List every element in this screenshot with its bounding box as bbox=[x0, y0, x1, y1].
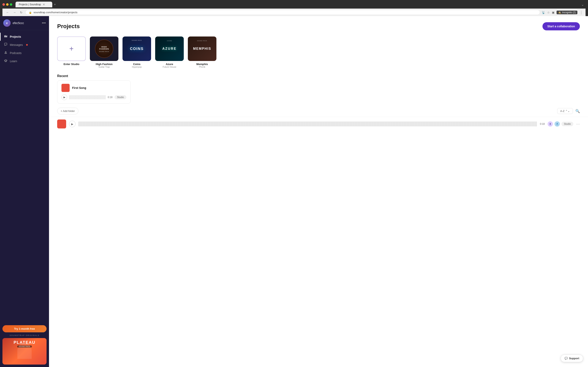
sidebar-navigation: Projects Messages Podcasts Learn bbox=[0, 30, 49, 323]
enter-studio-label: Enter Studio bbox=[63, 63, 79, 66]
username: efec5ccc bbox=[13, 21, 40, 25]
collab-icon bbox=[548, 121, 553, 127]
svg-rect-7 bbox=[557, 123, 558, 124]
avatar: e bbox=[3, 19, 11, 27]
bookmark-icon[interactable]: ☆ bbox=[547, 11, 550, 14]
messages-label: Messages bbox=[10, 43, 23, 47]
recent-duration: 0:18 bbox=[108, 96, 112, 99]
originals-label: SOUNDTRAP ORIGINALS bbox=[2, 334, 47, 336]
toolbar-row: + Add folder A-Z ⌃⌄ 🔍 bbox=[49, 104, 588, 117]
incognito-badge: 🕵 Incognito (2) bbox=[557, 11, 577, 14]
list-waveform bbox=[78, 122, 537, 126]
coins-label: Coins bbox=[133, 63, 140, 66]
expand-button[interactable]: ⌄ bbox=[581, 3, 584, 7]
page-title: Projects bbox=[57, 23, 80, 30]
sidebar-item-learn[interactable]: Learn bbox=[0, 57, 49, 65]
enter-plus-icon: + bbox=[69, 44, 73, 53]
main-content: Projects Start a collaboration + Enter S… bbox=[49, 16, 588, 367]
coins-card[interactable]: COINS SOUND PACK Coins Hyperpop bbox=[122, 36, 151, 68]
list-studio-tag[interactable]: Studio bbox=[562, 122, 573, 126]
search-button[interactable]: 🔍 bbox=[575, 109, 580, 113]
more-options-button[interactable]: ••• bbox=[42, 21, 46, 25]
project-list: ▶ 0:18 Studio ⋯ bbox=[49, 117, 588, 131]
memphis-card[interactable]: MEMPHIS SOUND PACK Memphis Phonk bbox=[188, 36, 216, 68]
reload-button[interactable]: ↻ bbox=[19, 10, 24, 15]
sidebar-item-messages[interactable]: Messages bbox=[0, 41, 49, 49]
split-view-icon[interactable]: ▣ bbox=[552, 11, 554, 14]
learn-icon bbox=[4, 59, 7, 63]
recent-waveform bbox=[69, 95, 106, 99]
active-tab[interactable]: Projects | Soundtrap ✕ bbox=[16, 2, 52, 7]
messages-icon bbox=[4, 43, 7, 47]
start-collaboration-button[interactable]: Start a collaboration bbox=[543, 22, 580, 30]
svg-rect-0 bbox=[4, 35, 5, 37]
projects-label: Projects bbox=[10, 35, 21, 38]
table-row: ▶ 0:18 Studio ⋯ bbox=[49, 117, 588, 131]
list-duration: 0:18 bbox=[540, 123, 545, 125]
sort-arrows-icon: ⌃⌄ bbox=[565, 109, 570, 113]
maximize-window-button[interactable] bbox=[10, 3, 12, 6]
messages-notification-dot bbox=[26, 44, 28, 46]
originals-card[interactable]: PLATEAU SOUND PACK ▶ 1:55 bbox=[2, 338, 47, 365]
svg-rect-2 bbox=[6, 35, 6, 37]
azure-genre: Future House bbox=[163, 66, 176, 68]
recent-project-thumbnail bbox=[61, 84, 70, 92]
sort-button[interactable]: A-Z ⌃⌄ bbox=[557, 108, 573, 114]
list-icons: Studio bbox=[548, 121, 573, 127]
recent-studio-tag[interactable]: Studio bbox=[114, 95, 126, 99]
learn-label: Learn bbox=[10, 59, 17, 63]
lock-icon: 🔒 bbox=[29, 11, 32, 14]
high-fashion-card[interactable]: HIGHFASHION SOUND PACK High Fashion Guit… bbox=[90, 36, 118, 68]
more-options-icon[interactable]: ⋯ bbox=[576, 122, 580, 126]
svg-rect-4 bbox=[7, 35, 7, 37]
sidebar: e efec5ccc ••• Projects Messages bbox=[0, 16, 49, 367]
recent-project-card: First Song ▶ 0:18 Studio bbox=[57, 80, 131, 104]
project-thumbnail bbox=[57, 119, 66, 128]
sidebar-item-podcasts[interactable]: Podcasts bbox=[0, 49, 49, 57]
support-button[interactable]: 💬 Support bbox=[561, 355, 583, 362]
try-free-button[interactable]: Try 1-month free bbox=[2, 325, 47, 332]
minimize-window-button[interactable] bbox=[6, 3, 9, 6]
forward-button[interactable]: → bbox=[12, 10, 17, 15]
svg-rect-1 bbox=[5, 36, 5, 37]
azure-card[interactable]: AZURE AZURE Azure Future House bbox=[155, 36, 184, 68]
back-button[interactable]: ← bbox=[5, 10, 10, 15]
svg-rect-3 bbox=[6, 36, 7, 37]
mic-icon bbox=[554, 121, 560, 127]
coins-genre: Hyperpop bbox=[132, 66, 142, 68]
close-window-button[interactable] bbox=[2, 3, 5, 6]
azure-label: Azure bbox=[166, 63, 173, 66]
memphis-genre: Phonk bbox=[199, 66, 205, 68]
sidebar-item-projects[interactable]: Projects bbox=[0, 33, 49, 41]
tab-close-button[interactable]: ✕ bbox=[43, 3, 45, 6]
add-folder-button[interactable]: + Add folder bbox=[57, 108, 78, 114]
projects-icon bbox=[4, 35, 7, 39]
support-icon: 💬 bbox=[564, 357, 568, 360]
menu-icon[interactable]: ⋮ bbox=[579, 10, 583, 15]
address-text: soundtrap.com/home/creator/projects bbox=[34, 11, 77, 14]
recent-section-header: Recent bbox=[49, 72, 588, 80]
recent-project-name: First Song bbox=[72, 86, 86, 90]
sound-packs-row: + Enter Studio HIGHFASHION SOUND PACK Hi… bbox=[49, 34, 588, 72]
svg-point-5 bbox=[5, 52, 6, 53]
podcasts-icon bbox=[4, 51, 7, 55]
recent-play-button[interactable]: ▶ bbox=[61, 94, 67, 100]
high-fashion-label: High Fashion bbox=[96, 63, 112, 66]
memphis-label: Memphis bbox=[196, 63, 208, 66]
high-fashion-genre: Guitar Trap bbox=[98, 66, 110, 68]
enter-studio-card[interactable]: + Enter Studio bbox=[57, 36, 86, 68]
tab-title: Projects | Soundtrap bbox=[19, 3, 41, 6]
list-play-button[interactable]: ▶ bbox=[69, 121, 76, 127]
podcasts-label: Podcasts bbox=[10, 51, 22, 55]
cast-icon: 📡 bbox=[542, 11, 545, 14]
new-tab-button[interactable]: + bbox=[53, 2, 57, 7]
